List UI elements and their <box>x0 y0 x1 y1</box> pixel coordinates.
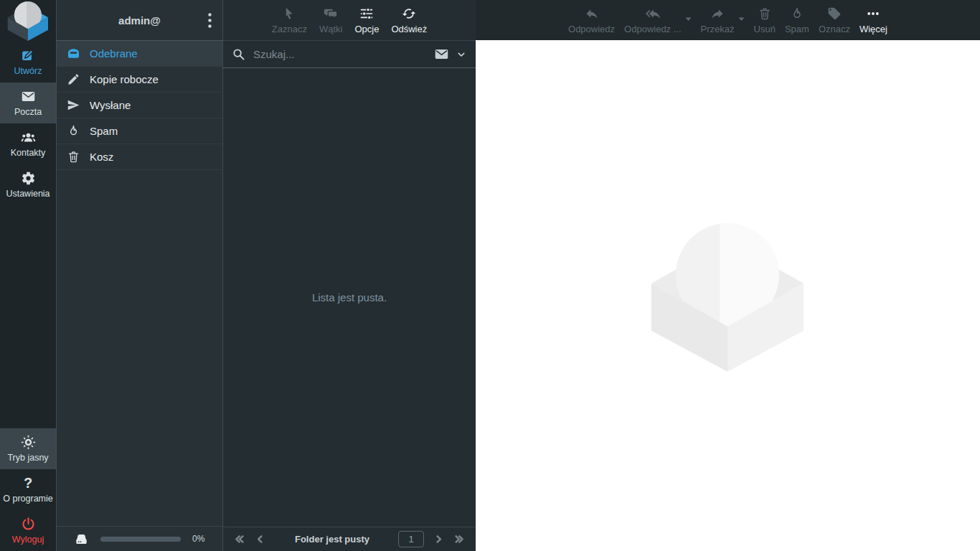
chevrons-left-icon <box>234 534 245 545</box>
message-toolbar: Odpowiedz Odpowiedz ... Przekaż <box>476 0 980 40</box>
page-input[interactable] <box>398 531 424 547</box>
theme-toggle-button[interactable]: Tryb jasny <box>0 428 56 469</box>
search-bar <box>223 41 476 68</box>
mail-scope-icon[interactable] <box>434 47 449 62</box>
account-name: admin@ <box>118 14 161 27</box>
account-header: admin@ <box>57 0 222 41</box>
compose-button[interactable]: Utwórz <box>0 42 56 83</box>
caret-down-icon <box>738 17 745 22</box>
junk-button[interactable]: Spam <box>785 6 809 34</box>
mail-tab-label: Poczta <box>14 107 42 117</box>
last-page-button[interactable] <box>452 534 467 545</box>
quota-progressbar <box>100 537 181 542</box>
reply-icon <box>585 6 599 21</box>
content-panel: Odpowiedz Odpowiedz ... Przekaż <box>476 0 980 551</box>
more-button[interactable]: Więcej <box>859 6 887 34</box>
contacts-icon <box>21 130 36 145</box>
logout-button[interactable]: Wyloguj <box>0 510 56 551</box>
compose-icon <box>21 48 36 63</box>
threads-icon <box>324 6 338 21</box>
folder-item-sent[interactable]: Wysłane <box>57 93 222 118</box>
mark-button[interactable]: Oznacz <box>819 6 850 34</box>
taskmenu-spacer <box>0 205 56 428</box>
logo-icon <box>7 1 49 41</box>
delete-label: Usuń <box>754 24 776 34</box>
drive-icon <box>74 532 89 547</box>
refresh-button[interactable]: Odśwież <box>391 6 427 34</box>
forward-icon <box>710 6 725 21</box>
next-page-button[interactable] <box>431 534 446 545</box>
chevron-left-icon <box>255 534 265 545</box>
mark-label: Oznacz <box>819 24 850 34</box>
folder-item-drafts[interactable]: Kopie robocze <box>57 67 222 93</box>
tag-icon <box>827 6 842 21</box>
search-input[interactable] <box>252 47 428 61</box>
app-logo[interactable] <box>0 0 56 42</box>
folder-item-inbox[interactable]: Odebrane <box>57 41 222 67</box>
about-button[interactable]: ? O programie <box>0 469 56 510</box>
flame-icon <box>790 6 804 21</box>
sliders-icon <box>359 6 374 21</box>
contacts-tab-label: Kontakty <box>11 148 46 158</box>
list-toolbar: Zaznacz Wątki Opcje Odśwież <box>223 0 476 41</box>
reply-button[interactable]: Odpowiedz <box>568 6 615 34</box>
delete-button[interactable]: Usuń <box>754 6 776 34</box>
threads-label: Wątki <box>319 24 343 34</box>
settings-tab-label: Ustawienia <box>6 189 50 199</box>
threads-button[interactable]: Wątki <box>319 6 343 34</box>
send-icon <box>67 98 80 112</box>
first-page-button[interactable] <box>232 534 247 545</box>
quota-section: 0% <box>57 526 222 551</box>
sun-icon <box>21 435 36 450</box>
tab-mail[interactable]: Poczta <box>0 83 56 123</box>
message-list-body: Lista jest pusta. <box>223 68 476 527</box>
gear-icon <box>21 171 36 186</box>
options-button[interactable]: Opcje <box>354 6 379 34</box>
tab-contacts[interactable]: Kontakty <box>0 123 56 164</box>
logout-label: Wyloguj <box>12 534 44 545</box>
quota-percent: 0% <box>192 534 204 544</box>
tab-settings[interactable]: Ustawienia <box>0 164 56 205</box>
forward-button[interactable]: Przekaż <box>701 6 735 34</box>
folder-label: Kosz <box>90 151 113 163</box>
reply-all-caret-button[interactable] <box>685 17 692 22</box>
folder-item-spam[interactable]: Spam <box>57 118 222 144</box>
question-icon: ? <box>24 476 32 491</box>
chevrons-right-icon <box>454 534 465 545</box>
empty-list-message: Lista jest pusta. <box>312 291 387 303</box>
roundcube-watermark-logo <box>651 220 804 372</box>
folder-actions-button[interactable] <box>204 0 216 40</box>
folder-label: Wysłane <box>90 99 131 111</box>
refresh-icon <box>402 6 416 21</box>
forward-caret-button[interactable] <box>738 17 745 22</box>
caret-down-icon <box>685 17 692 22</box>
select-button[interactable]: Zaznacz <box>272 6 307 34</box>
inbox-icon <box>67 47 80 60</box>
reply-label: Odpowiedz <box>568 24 615 34</box>
trash-icon <box>67 150 80 164</box>
folder-item-trash[interactable]: Kosz <box>57 144 222 170</box>
message-list-panel: Zaznacz Wątki Opcje Odśwież <box>222 0 476 551</box>
folder-label: Spam <box>90 125 118 137</box>
chevron-right-icon <box>433 534 444 545</box>
trash-icon <box>758 6 772 21</box>
reply-all-button[interactable]: Odpowiedz ... <box>624 6 682 34</box>
folder-panel: admin@ Odebrane Kopie robocze Wysłane <box>56 0 222 551</box>
pencil-icon <box>67 72 80 86</box>
ellipsis-icon <box>866 6 880 21</box>
folder-list: Odebrane Kopie robocze Wysłane Spam Kosz <box>57 41 222 170</box>
list-pagination: Folder jest pusty <box>223 527 476 551</box>
reply-all-icon <box>646 6 660 21</box>
mail-icon <box>21 89 36 104</box>
forward-label: Przekaż <box>701 24 735 34</box>
about-label: O programie <box>3 494 52 504</box>
junk-label: Spam <box>785 24 809 34</box>
more-label: Więcej <box>859 24 887 34</box>
folder-label: Kopie robocze <box>90 73 159 85</box>
search-options-button[interactable] <box>456 49 467 60</box>
prev-page-button[interactable] <box>253 534 268 545</box>
kebab-icon <box>208 13 212 28</box>
cursor-icon <box>282 6 296 21</box>
compose-label: Utwórz <box>14 66 42 76</box>
folder-label: Odebrane <box>90 47 138 60</box>
